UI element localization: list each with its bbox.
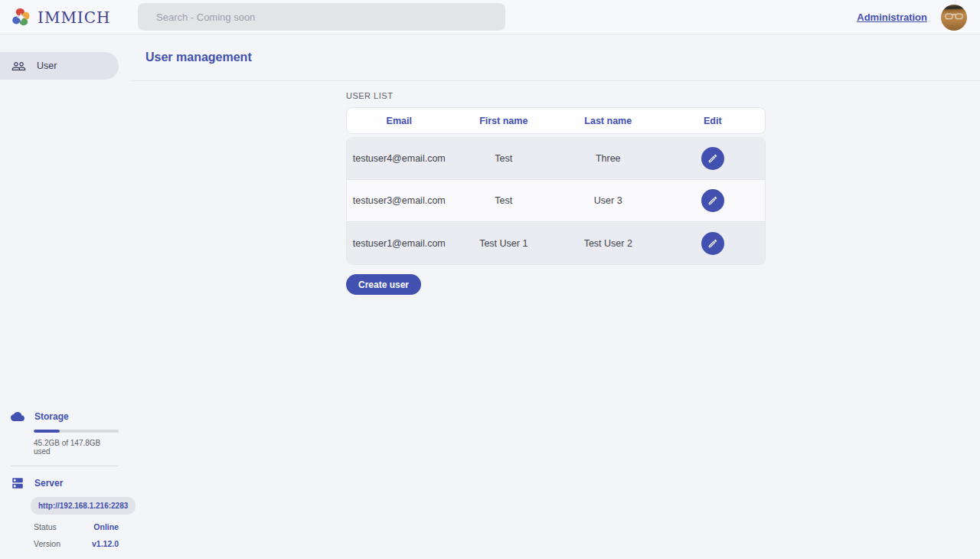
main-content: User management USER LIST Email First na… — [131, 34, 980, 559]
storage-progress-fill — [34, 430, 60, 433]
titlebar: User management — [131, 34, 980, 81]
pencil-icon — [707, 153, 718, 164]
top-bar: IMMICH Administration — [0, 0, 980, 34]
edit-user-button[interactable] — [701, 232, 724, 255]
storage-progress-bar — [34, 430, 119, 433]
cell-first-name: Test — [452, 153, 557, 164]
sidebar: User Storage 45.2GB of 147.8GB used Serv… — [0, 34, 131, 559]
pencil-icon — [707, 195, 718, 206]
people-icon — [11, 59, 26, 74]
page-title: User management — [145, 51, 252, 64]
topbar-right: Administration — [857, 0, 967, 34]
cloud-icon — [11, 410, 24, 423]
table-row: testuser3@email.com Test User 3 — [347, 180, 765, 222]
sidebar-status-panel: Storage 45.2GB of 147.8GB used Server ht… — [0, 410, 119, 548]
table-header: Email First name Last name Edit — [346, 107, 766, 134]
app-logo[interactable]: IMMICH — [11, 0, 111, 34]
table-row: testuser4@email.com Test Three — [347, 138, 765, 180]
sidebar-item-label: User — [37, 60, 57, 71]
cell-first-name: Test — [452, 195, 557, 206]
cell-edit — [661, 232, 766, 255]
administration-link[interactable]: Administration — [857, 11, 927, 23]
cell-email: testuser3@email.com — [347, 195, 452, 206]
cell-email: testuser1@email.com — [347, 238, 452, 249]
server-title: Server — [34, 478, 63, 489]
table-row: testuser1@email.com Test User 1 Test Use… — [347, 222, 765, 264]
cell-last-name: Test User 2 — [556, 238, 661, 249]
storage-title: Storage — [34, 411, 69, 422]
server-header: Server — [0, 476, 119, 490]
cell-last-name: Three — [556, 153, 661, 164]
server-dns-icon — [11, 476, 24, 490]
user-list-section: USER LIST Email First name Last name Edi… — [346, 91, 766, 295]
column-header-edit: Edit — [661, 116, 766, 126]
storage-header: Storage — [0, 410, 119, 423]
server-status-row: Status Online — [34, 522, 119, 531]
column-header-email: Email — [347, 116, 452, 126]
cell-last-name: User 3 — [556, 195, 661, 206]
column-header-first-name: First name — [452, 116, 557, 126]
app-title: IMMICH — [38, 8, 111, 27]
cell-edit — [661, 189, 766, 212]
storage-usage-text: 45.2GB of 147.8GB used — [34, 439, 119, 456]
version-value: v1.12.0 — [92, 539, 119, 548]
version-label: Version — [34, 539, 60, 548]
create-user-button[interactable]: Create user — [346, 274, 421, 295]
edit-user-button[interactable] — [701, 189, 724, 212]
sidebar-item-user[interactable]: User — [0, 52, 119, 80]
sidebar-divider — [11, 466, 119, 466]
section-title: USER LIST — [346, 91, 766, 100]
search-input[interactable] — [138, 3, 505, 31]
user-avatar[interactable] — [941, 5, 967, 31]
status-label: Status — [34, 522, 57, 531]
cell-email: testuser4@email.com — [347, 153, 452, 164]
status-value: Online — [93, 522, 119, 531]
cell-edit — [661, 147, 766, 170]
glasses-photo-icon — [944, 11, 964, 21]
table-body: testuser4@email.com Test Three testuser3… — [346, 137, 766, 265]
pencil-icon — [707, 238, 718, 249]
edit-user-button[interactable] — [701, 147, 724, 170]
cell-first-name: Test User 1 — [452, 238, 557, 249]
immich-flower-icon — [11, 7, 31, 28]
column-header-last-name: Last name — [556, 116, 661, 126]
server-version-row: Version v1.12.0 — [34, 539, 119, 548]
server-url-badge: http://192.168.1.216:2283 — [31, 497, 136, 515]
